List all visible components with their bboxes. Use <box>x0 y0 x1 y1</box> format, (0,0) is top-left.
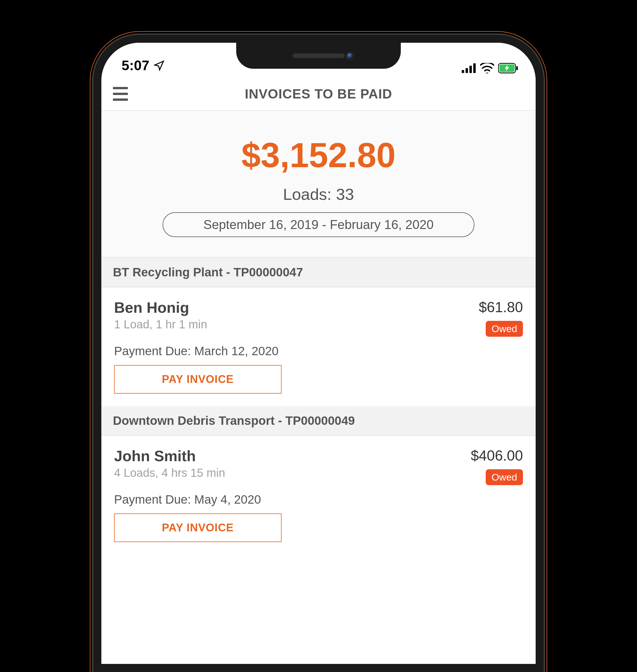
invoice-name: John Smith <box>114 447 225 465</box>
notch <box>236 43 401 69</box>
svg-rect-1 <box>466 68 468 73</box>
total-amount: $3,152.80 <box>113 137 524 173</box>
speaker-grill <box>292 53 345 58</box>
invoice-detail: 4 Loads, 4 hrs 15 min <box>114 466 225 479</box>
section-header: Downtown Debris Transport - TP00000049 <box>101 406 536 436</box>
page-title: INVOICES TO BE PAID <box>130 86 524 102</box>
payment-due: Payment Due: May 4, 2020 <box>114 493 523 507</box>
section-header: BT Recycling Plant - TP00000047 <box>101 258 536 287</box>
app-header: INVOICES TO BE PAID <box>101 77 536 111</box>
phone-frame: 5:07 INVOICES TO B <box>93 35 544 672</box>
summary-panel: $3,152.80 Loads: 33 September 16, 2019 -… <box>101 111 536 258</box>
pay-invoice-button[interactable]: PAY INVOICE <box>114 365 281 394</box>
invoice-detail: 1 Load, 1 hr 1 min <box>114 318 207 331</box>
status-time: 5:07 <box>122 57 149 73</box>
invoice-amount: $406.00 <box>471 447 523 464</box>
wifi-icon <box>480 63 494 73</box>
screen: 5:07 INVOICES TO B <box>101 43 536 664</box>
invoice-name: Ben Honig <box>114 299 207 316</box>
hamburger-menu-icon[interactable] <box>113 85 130 103</box>
status-badge: Owed <box>486 321 523 337</box>
invoice-amount: $61.80 <box>479 299 523 316</box>
invoice-card: Ben Honig 1 Load, 1 hr 1 min $61.80 Owed… <box>101 287 536 406</box>
svg-rect-6 <box>516 66 518 70</box>
svg-rect-2 <box>470 66 472 73</box>
payment-due: Payment Due: March 12, 2020 <box>114 344 523 358</box>
status-badge: Owed <box>486 469 523 485</box>
svg-rect-3 <box>473 63 476 73</box>
loads-count: Loads: 33 <box>113 185 524 204</box>
front-camera <box>345 51 354 61</box>
svg-rect-0 <box>462 70 464 73</box>
pay-invoice-button[interactable]: PAY INVOICE <box>114 513 281 542</box>
battery-charging-icon <box>498 63 518 73</box>
cellular-signal-icon <box>462 63 476 73</box>
location-arrow-icon <box>153 60 165 71</box>
invoice-card: John Smith 4 Loads, 4 hrs 15 min $406.00… <box>101 436 536 555</box>
date-range-pill[interactable]: September 16, 2019 - February 16, 2020 <box>163 212 474 237</box>
